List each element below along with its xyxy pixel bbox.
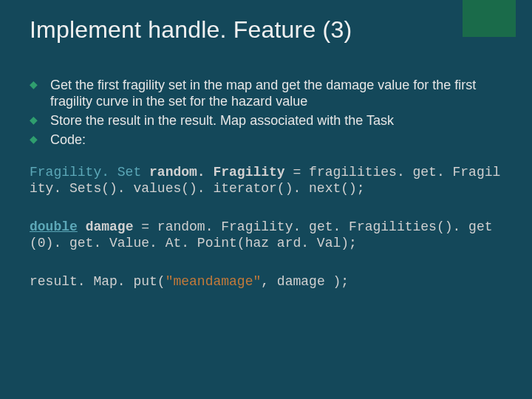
code-pre: result. Map. put( [30, 274, 166, 289]
bullet-list: Get the first fragility set in the map a… [30, 78, 505, 149]
page-title: Implement handle. Feature (3) [30, 16, 505, 44]
list-item: Get the first fragility set in the map a… [30, 78, 505, 110]
code-string: "meandamage" [166, 274, 262, 289]
bullet-text: Store the result in the result. Map asso… [50, 113, 394, 128]
code-block-3: result. Map. put("meandamage", damage ); [30, 274, 505, 290]
bullet-text: Code: [50, 132, 86, 147]
list-item: Store the result in the result. Map asso… [30, 113, 505, 129]
code-eq: = [285, 165, 309, 180]
code-keyword: double [30, 219, 78, 234]
code-space [78, 219, 86, 234]
code-var: random. Fragility [149, 165, 285, 180]
code-block-2: double damage = random. Fragility. get. … [30, 219, 505, 252]
accent-tab [463, 0, 516, 37]
code-block-1: Fragility. Set random. Fragility = fragi… [30, 165, 505, 197]
code-var: damage [86, 219, 134, 234]
list-item: Code: [30, 132, 505, 149]
code-post: , damage ); [261, 274, 349, 289]
bullet-text: Get the first fragility set in the map a… [50, 78, 476, 109]
code-type: Fragility. Set [30, 165, 149, 180]
code-eq: = [133, 219, 157, 234]
slide: Implement handle. Feature (3) Get the fi… [0, 0, 532, 290]
